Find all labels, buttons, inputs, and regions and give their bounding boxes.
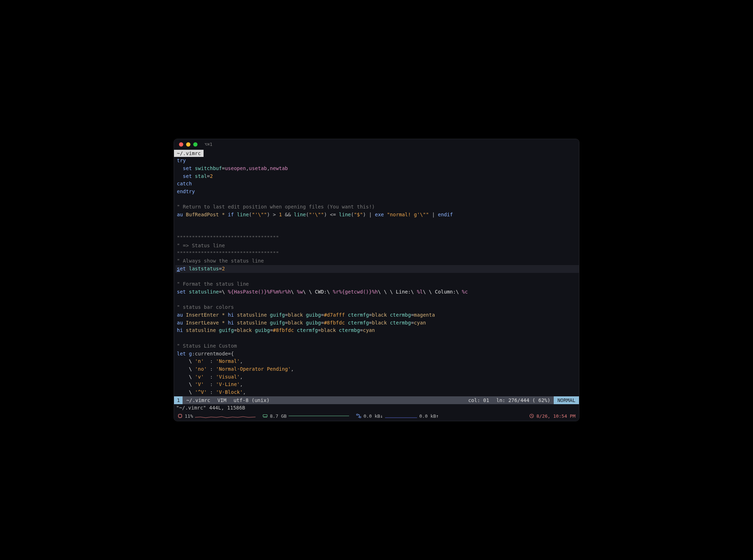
code-line[interactable]: \ 'no' : 'Normal·Operator Pending', — [175, 365, 579, 373]
svg-rect-0 — [179, 414, 182, 418]
code-line[interactable]: \ '^V' : 'V·Block', — [175, 389, 579, 396]
cpu-icon — [178, 413, 183, 418]
code-line[interactable]: " status bar colors — [175, 303, 579, 311]
code-line[interactable]: " Format the status line — [175, 280, 579, 288]
code-line[interactable]: \ 'V' : 'V·Line', — [175, 381, 579, 389]
code-line[interactable]: hi statusline guifg=black guibg=#8fbfdc … — [175, 327, 579, 334]
close-icon[interactable] — [179, 142, 183, 147]
code-line[interactable]: catch — [175, 180, 579, 188]
code-line[interactable]: set stal=2 — [175, 173, 579, 180]
code-line[interactable]: " Status Line Custom — [175, 342, 579, 350]
code-line[interactable] — [175, 296, 579, 304]
code-line[interactable]: au BufReadPost * if line("'\"") > 1 && l… — [175, 211, 579, 219]
cpu-percent: 11% — [185, 413, 193, 419]
statusline-col: col: 01 — [465, 396, 493, 404]
code-line[interactable]: \ 'v' : 'Visual', — [175, 373, 579, 381]
statusline-filetype: VIM — [214, 396, 230, 404]
code-line[interactable] — [175, 273, 579, 281]
net-group: 0.0 kB↓ 0.0 kB↑ — [356, 413, 439, 419]
buffer-tab[interactable]: ~/.vimrc — [174, 150, 204, 157]
statusline-mode: NORMAL — [554, 396, 579, 404]
statusline-encoding: utf-8 (unix) — [230, 396, 273, 404]
code-line[interactable]: " Return to last edit position when open… — [175, 203, 579, 211]
system-statusbar: 11% 8.7 GB 0.0 kB↓ 0.0 kB↑ — [174, 412, 579, 421]
net-upload: 0.0 kB↑ — [419, 413, 439, 419]
clock-group: 8/26, 10:54 PM — [529, 413, 575, 419]
titlebar: ⌥⌘1 — [174, 139, 579, 150]
code-line[interactable]: set statusline=\ %{HasPaste()}%F%m%r%h\ … — [175, 288, 579, 296]
mem-sparkline — [289, 413, 349, 418]
code-line[interactable]: set switchbuf=useopen,usetab,newtab — [175, 165, 579, 173]
statusline-file: ~/.vimrc — [183, 396, 214, 404]
statusline-bufnum: 1 — [174, 396, 183, 404]
window-title: ⌥⌘1 — [205, 142, 212, 147]
minimize-icon[interactable] — [186, 142, 190, 147]
statusline-line: ln: 276/444 ( 62%) — [493, 396, 554, 404]
code-line[interactable]: au InsertEnter * hi statusline guifg=bla… — [175, 311, 579, 319]
code-line[interactable]: au InsertLeave * hi statusline guifg=bla… — [175, 319, 579, 327]
code-line[interactable] — [175, 334, 579, 342]
cpu-sparkline — [195, 413, 256, 418]
mem-value: 8.7 GB — [270, 413, 286, 419]
editor-viewport[interactable]: try set switchbuf=useopen,usetab,newtab … — [174, 157, 579, 396]
code-line[interactable]: try — [175, 157, 579, 165]
net-sparkline — [385, 413, 417, 418]
buffer-tabbar: ~/.vimrc — [174, 150, 579, 157]
svg-rect-2 — [357, 414, 358, 416]
code-line[interactable] — [175, 227, 579, 234]
code-line[interactable]: """""""""""""""""""""""""""""""""" — [175, 250, 579, 258]
svg-rect-3 — [359, 417, 361, 418]
clock-icon — [529, 413, 534, 418]
clock-time: 8/26, 10:54 PM — [536, 413, 575, 419]
cpu-group: 11% — [178, 413, 256, 419]
code-line[interactable]: " Always show the status line — [175, 257, 579, 265]
code-line[interactable]: set laststatus=2 — [175, 265, 579, 273]
svg-rect-1 — [263, 415, 267, 417]
terminal-window: ⌥⌘1 ~/.vimrc try set switchbuf=useopen,u… — [174, 139, 579, 421]
code-line[interactable]: \ 'n' : 'Normal', — [175, 358, 579, 365]
network-icon — [356, 413, 361, 418]
code-line[interactable] — [175, 219, 579, 227]
code-line[interactable]: " => Status line — [175, 242, 579, 250]
command-line[interactable]: "~/.vimrc" 444L, 11586B — [174, 404, 579, 412]
memory-icon — [263, 413, 268, 418]
code-line[interactable] — [175, 196, 579, 204]
maximize-icon[interactable] — [193, 142, 198, 147]
mem-group: 8.7 GB — [263, 413, 349, 419]
net-download: 0.0 kB↓ — [363, 413, 383, 419]
code-line[interactable]: endtry — [175, 188, 579, 196]
statusline: 1 ~/.vimrc VIM utf-8 (unix) col: 01 ln: … — [174, 396, 579, 404]
code-line[interactable]: """""""""""""""""""""""""""""""""" — [175, 234, 579, 242]
code-line[interactable]: let g:currentmode={ — [175, 350, 579, 358]
